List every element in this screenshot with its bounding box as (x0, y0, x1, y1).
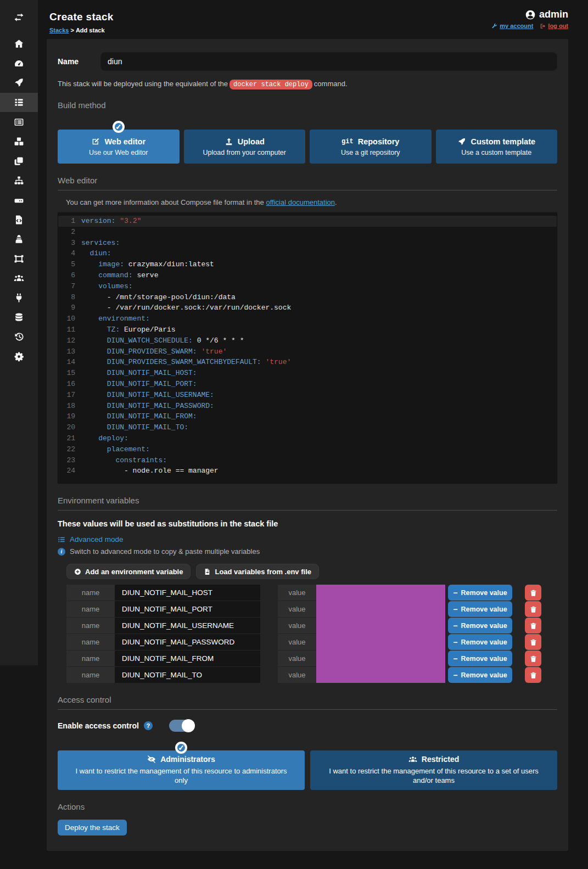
remove-value-button[interactable]: −Remove value (448, 601, 512, 617)
access-control-toggle[interactable] (169, 720, 195, 732)
list-icon (58, 536, 65, 543)
sidebar-item-configs[interactable] (0, 210, 38, 229)
access-option-administrators[interactable]: ✓AdministratorsI want to restrict the ma… (58, 750, 305, 790)
enable-access-control-label: Enable access control (58, 721, 139, 730)
access-control-options: ✓AdministratorsI want to restrict the ma… (58, 750, 557, 790)
remove-value-button[interactable]: −Remove value (448, 585, 512, 601)
upload-icon (225, 137, 233, 146)
sidebar-item-registries[interactable] (0, 307, 38, 327)
deploy-stack-button[interactable]: Deploy the stack (58, 820, 127, 836)
sidebar-item-auth-logs[interactable] (0, 327, 38, 347)
build-method-title: Build method (58, 100, 557, 110)
wrench-icon (491, 23, 497, 29)
build-method-upload[interactable]: UploadUpload from your computer (184, 130, 306, 164)
git-icon: git (341, 138, 354, 145)
remove-value-button[interactable]: −Remove value (448, 667, 512, 683)
env-buttons: Add an environment variable Load variabl… (66, 564, 557, 579)
env-name-input[interactable]: DIUN_NOTIF_MAIL_PORT (115, 601, 260, 617)
env-var-table-wrap: nameDIUN_NOTIF_MAIL_HOSTvalue−Remove val… (66, 585, 541, 683)
history-icon (14, 332, 24, 342)
sidebar-item-app-templates[interactable] (0, 73, 38, 93)
delete-variable-button[interactable] (525, 651, 541, 666)
sidebar-item-containers[interactable] (0, 132, 38, 152)
build-method-repository[interactable]: gitRepositoryUse a git repository (310, 130, 432, 164)
minus-icon: − (453, 606, 457, 613)
sidebar-item-networks[interactable] (0, 171, 38, 190)
file-import-icon (204, 568, 211, 575)
sidebar-item-home[interactable] (0, 34, 38, 54)
code-line-3: 3services: (58, 238, 557, 249)
rocket-icon (14, 77, 24, 88)
log-out-link[interactable]: log out (540, 23, 568, 29)
trash-icon (530, 655, 537, 663)
advanced-mode-link[interactable]: Advanced mode (58, 535, 557, 543)
remove-value-button[interactable]: −Remove value (448, 651, 512, 666)
compose-code-editor[interactable]: 1version: "3.2"23services:4 diun:5 image… (58, 212, 557, 484)
load-env-file-button[interactable]: Load variables from .env file (196, 564, 319, 579)
remove-value-button[interactable]: −Remove value (448, 634, 512, 650)
plus-circle-icon (74, 568, 81, 575)
code-line-18: 18 DIUN_NOTIF_MAIL_PASSWORD: (58, 401, 557, 412)
hdd-icon (14, 195, 24, 205)
access-control-title: Access control (58, 695, 557, 704)
env-value-label: value (278, 585, 316, 601)
clone-icon (14, 156, 24, 166)
env-name-label: name (66, 651, 115, 666)
page-title: Create stack (49, 11, 568, 23)
deploy-note: This stack will be deployed using the eq… (58, 80, 557, 88)
code-line-7: 7 volumes: (58, 281, 557, 292)
code-line-4: 4 diun: (58, 248, 557, 259)
enable-access-control-row: Enable access control ? (58, 720, 557, 732)
env-name-input[interactable]: DIUN_NOTIF_MAIL_HOST (115, 585, 260, 601)
code-line-12: 12 DIUN_WATCH_SCHEDULE: 0 */6 * * * (58, 335, 557, 346)
delete-variable-button[interactable] (525, 634, 541, 650)
code-line-16: 16 DIUN_NOTIF_MAIL_PORT: (58, 379, 557, 390)
breadcrumb-separator: > (70, 27, 74, 33)
breadcrumb-stacks-link[interactable]: Stacks (49, 27, 69, 33)
sidebar-item-settings[interactable] (0, 347, 38, 367)
env-var-row: nameDIUN_NOTIF_MAIL_PASSWORDvalue−Remove… (66, 634, 541, 650)
sidebar-item-secrets[interactable] (0, 229, 38, 249)
my-account-link[interactable]: my account (491, 23, 533, 29)
env-name-input[interactable]: DIUN_NOTIF_MAIL_USERNAME (115, 618, 260, 633)
env-name-input[interactable]: DIUN_NOTIF_MAIL_PASSWORD (115, 634, 260, 650)
code-line-8: 8 - /mnt/storage-pool/diun:/data (58, 292, 557, 303)
sidebar-item-volumes[interactable] (0, 190, 38, 210)
sidebar-item-dashboard[interactable] (0, 54, 38, 74)
stack-name-input[interactable] (100, 52, 557, 71)
build-method-custom-template[interactable]: Custom templateUse a custom template (436, 130, 558, 164)
sidebar-item-users[interactable] (0, 268, 38, 288)
delete-variable-button[interactable] (525, 667, 541, 683)
create-stack-panel: Name This stack will be deployed using t… (47, 39, 568, 851)
sidebar-nav (0, 34, 38, 366)
delete-variable-button[interactable] (525, 601, 541, 617)
access-option-restricted[interactable]: RestrictedI want to restrict the managem… (310, 750, 557, 790)
sidebar-item-services[interactable] (0, 112, 38, 132)
env-name-input[interactable]: DIUN_NOTIF_MAIL_TO (115, 667, 260, 683)
sidebar-item-endpoints[interactable] (0, 288, 38, 308)
sidebar-item-stacks[interactable] (0, 93, 38, 113)
official-documentation-link[interactable]: official documentation (266, 198, 335, 206)
code-line-22: 22 placement: (58, 444, 557, 455)
delete-variable-button[interactable] (525, 618, 541, 633)
build-method-web-editor[interactable]: ✓Web editorUse our Web editor (58, 130, 180, 164)
plug-icon (14, 293, 24, 303)
env-name-label: name (66, 601, 115, 617)
env-name-label: name (66, 667, 115, 683)
code-line-2: 2 (58, 227, 557, 238)
sign-out-icon (540, 23, 546, 29)
code-line-11: 11 TZ: Europe/Paris (58, 324, 557, 335)
web-editor-title: Web editor (58, 176, 557, 185)
sidebar-toggle[interactable] (0, 0, 38, 34)
web-editor-divider (58, 190, 557, 190)
code-line-14: 14 DIUN_PROVIDERS_SWARM_WATCHBYDEFAULT: … (58, 357, 557, 368)
name-label: Name (58, 57, 100, 66)
env-name-input[interactable]: DIUN_NOTIF_MAIL_FROM (115, 651, 260, 666)
file-code-icon (14, 215, 24, 225)
remove-value-button[interactable]: −Remove value (448, 618, 512, 633)
sidebar-item-images[interactable] (0, 152, 38, 171)
sidebar-item-swarm[interactable] (0, 249, 38, 269)
delete-variable-button[interactable] (525, 585, 541, 601)
add-env-variable-button[interactable]: Add an environment variable (66, 564, 191, 579)
code-line-5: 5 image: crazymax/diun:latest (58, 259, 557, 270)
